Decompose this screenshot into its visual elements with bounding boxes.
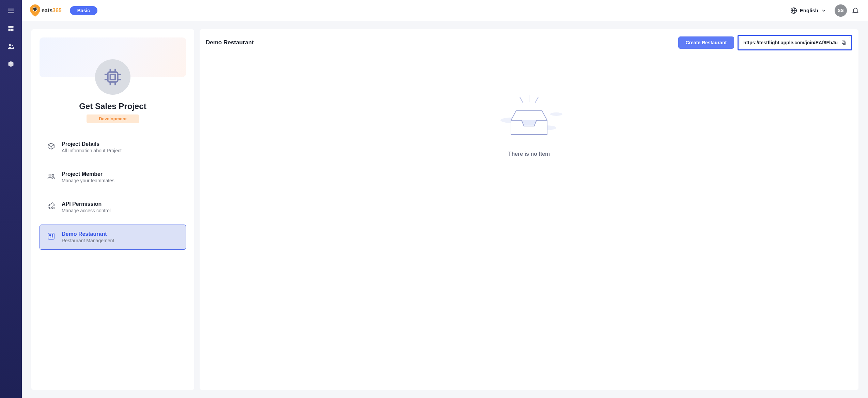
menu-subtitle: Restaurant Management [62, 238, 114, 243]
empty-inbox-icon [490, 94, 568, 141]
cpu-icon [103, 67, 123, 87]
nav-products[interactable] [7, 60, 15, 68]
svg-rect-5 [11, 29, 14, 31]
sidebar [0, 0, 22, 398]
empty-state: There is no Item [200, 56, 858, 390]
tier-badge: Basic [70, 6, 97, 15]
share-link-text: https://testflight.apple.com/join/EAf8Fb… [743, 40, 838, 45]
svg-rect-13 [108, 72, 118, 82]
menu-project-details[interactable]: Project Details All Information about Pr… [40, 135, 186, 160]
top-header: eats365 Basic English SS [22, 0, 868, 21]
project-menu: Project Details All Information about Pr… [40, 135, 186, 250]
hamburger-icon [7, 7, 15, 15]
main-area: eats365 Basic English SS [22, 0, 868, 398]
menu-api-permission[interactable]: API Permission Manage access control [40, 195, 186, 220]
cube-icon [7, 61, 14, 67]
project-banner [40, 37, 186, 77]
copy-link-button[interactable] [841, 40, 847, 45]
box-icon [47, 142, 56, 151]
layout-icon [7, 25, 14, 32]
project-panel: Get Sales Project Development Project De… [31, 29, 194, 390]
puzzle-icon [47, 202, 56, 211]
hamburger-menu-button[interactable] [7, 7, 15, 15]
group-icon [47, 172, 56, 181]
svg-point-6 [9, 44, 11, 46]
share-link-box: https://testflight.apple.com/join/EAf8Fb… [740, 37, 850, 48]
create-restaurant-button[interactable]: Create Restaurant [678, 36, 734, 49]
brand-text: eats365 [42, 7, 62, 14]
globe-icon [790, 7, 797, 14]
user-avatar[interactable]: SS [835, 4, 847, 17]
nav-dashboard[interactable] [7, 25, 15, 33]
panel-header: Demo Restaurant Create Restaurant https:… [200, 29, 858, 56]
svg-rect-3 [9, 26, 14, 28]
menu-subtitle: Manage your teammates [62, 178, 114, 183]
utensils-icon [47, 232, 56, 241]
panel-title: Demo Restaurant [206, 39, 254, 46]
menu-subtitle: Manage access control [62, 208, 111, 213]
menu-subtitle: All Information about Project [62, 148, 122, 153]
nav-members[interactable] [7, 42, 15, 50]
language-selector[interactable]: English [790, 7, 826, 14]
app-root: eats365 Basic English SS [0, 0, 868, 398]
share-link-highlight: https://testflight.apple.com/join/EAf8Fb… [738, 35, 852, 50]
bell-icon [852, 6, 859, 14]
svg-point-7 [12, 45, 13, 46]
menu-demo-restaurant[interactable]: Demo Restaurant Restaurant Management [40, 225, 186, 250]
svg-line-29 [520, 97, 523, 103]
menu-title: Demo Restaurant [62, 231, 114, 237]
svg-rect-28 [842, 41, 845, 44]
content: Get Sales Project Development Project De… [22, 21, 868, 398]
empty-state-text: There is no Item [508, 151, 550, 157]
svg-line-31 [535, 97, 538, 103]
chevron-down-icon [821, 8, 826, 13]
restaurant-panel: Demo Restaurant Create Restaurant https:… [200, 29, 858, 390]
svg-rect-26 [48, 233, 54, 239]
svg-point-25 [52, 174, 54, 176]
brand-logo[interactable]: eats365 [30, 4, 62, 17]
project-tag: Development [87, 114, 139, 123]
svg-rect-14 [110, 75, 115, 80]
project-avatar [95, 59, 130, 95]
notifications-button[interactable] [852, 6, 860, 15]
svg-point-24 [49, 174, 51, 177]
project-name: Get Sales Project [40, 102, 186, 111]
menu-title: Project Details [62, 141, 122, 147]
menu-project-member[interactable]: Project Member Manage your teammates [40, 165, 186, 190]
svg-rect-4 [9, 29, 11, 31]
copy-icon [841, 40, 847, 45]
menu-title: Project Member [62, 171, 114, 177]
svg-point-34 [550, 112, 562, 116]
svg-rect-27 [843, 42, 846, 44]
menu-title: API Permission [62, 201, 111, 207]
people-icon [7, 43, 15, 50]
language-label: English [800, 7, 818, 13]
brand-pin-icon [30, 4, 40, 17]
